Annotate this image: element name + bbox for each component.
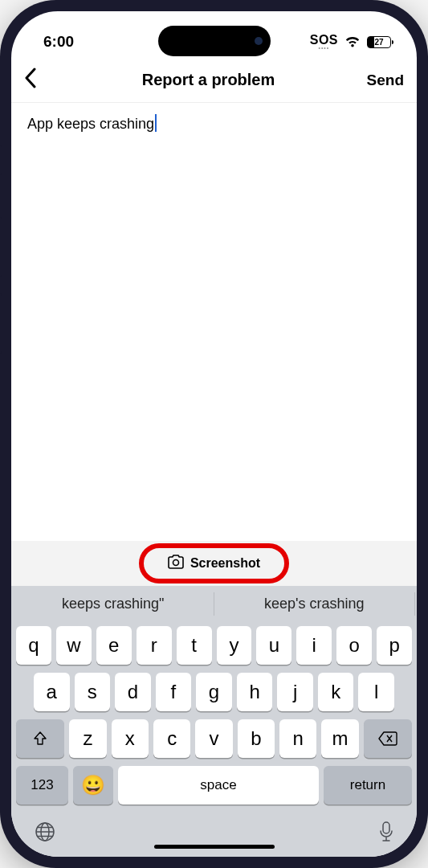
key-b[interactable]: b [238, 719, 275, 758]
return-key[interactable]: return [324, 766, 412, 805]
key-h[interactable]: h [237, 673, 273, 711]
sos-indicator: SOS •••• [310, 34, 338, 51]
attachment-bar: Screenshot [11, 541, 417, 586]
key-x[interactable]: x [112, 719, 149, 758]
key-r[interactable]: r [137, 626, 172, 665]
suggestion-2[interactable]: keep's crashing [214, 592, 416, 616]
key-z[interactable]: z [69, 719, 106, 758]
key-j[interactable]: j [277, 673, 313, 711]
key-v[interactable]: v [195, 719, 232, 758]
key-t[interactable]: t [177, 626, 212, 665]
key-row-1: q w e r t y u i o p [16, 626, 412, 665]
key-k[interactable]: k [318, 673, 354, 711]
screenshot-label: Screenshot [190, 556, 260, 571]
suggestion-bar: keeps crashing" keep's crashing [11, 586, 417, 621]
key-w[interactable]: w [56, 626, 92, 665]
keyboard-footer [16, 813, 412, 849]
key-p[interactable]: p [377, 626, 412, 665]
key-i[interactable]: i [296, 626, 332, 665]
battery-icon: 27 [367, 36, 391, 48]
shift-key[interactable] [16, 719, 64, 758]
text-cursor [155, 114, 157, 132]
back-button[interactable] [24, 68, 58, 92]
emoji-key[interactable]: 😀 [73, 766, 113, 805]
key-g[interactable]: g [196, 673, 232, 711]
input-text: App keeps crashing [27, 116, 154, 132]
wifi-icon [344, 36, 361, 48]
key-row-4: 123 😀 space return [16, 766, 412, 805]
key-e[interactable]: e [96, 626, 132, 665]
space-key[interactable]: space [118, 766, 319, 805]
volume-down [0, 293, 2, 354]
key-u[interactable]: u [256, 626, 291, 665]
key-m[interactable]: m [321, 719, 358, 758]
svg-rect-6 [383, 822, 389, 833]
side-button [0, 145, 2, 175]
status-right: SOS •••• 27 [310, 34, 391, 51]
key-n[interactable]: n [279, 719, 316, 758]
key-row-3: z x c v b n m [16, 719, 412, 758]
screenshot-button[interactable]: Screenshot [150, 548, 278, 579]
camera-icon [168, 555, 184, 572]
suggestion-1[interactable]: keeps crashing" [13, 592, 214, 616]
globe-icon[interactable] [34, 821, 56, 849]
send-button[interactable]: Send [359, 72, 404, 89]
key-c[interactable]: c [153, 719, 190, 758]
delete-key[interactable] [364, 719, 412, 758]
dynamic-island [158, 26, 271, 56]
numbers-key[interactable]: 123 [16, 766, 68, 805]
volume-up [0, 217, 2, 277]
key-q[interactable]: q [16, 626, 51, 665]
key-o[interactable]: o [336, 626, 372, 665]
home-indicator[interactable] [154, 845, 275, 849]
phone-frame: 6:00 SOS •••• 27 Report a problem [0, 0, 428, 868]
clock: 6:00 [43, 33, 74, 51]
key-y[interactable]: y [217, 626, 252, 665]
key-a[interactable]: a [34, 673, 70, 711]
nav-bar: Report a problem Send [11, 58, 417, 103]
key-s[interactable]: s [75, 673, 111, 711]
keyboard: keeps crashing" keep's crashing q w e r … [11, 586, 417, 857]
page-title: Report a problem [142, 71, 275, 89]
key-f[interactable]: f [156, 673, 192, 711]
problem-textarea[interactable]: App keeps crashing [11, 103, 417, 541]
svg-point-0 [173, 560, 178, 566]
key-row-2: a s d f g h j k l [16, 673, 412, 711]
key-l[interactable]: l [358, 673, 394, 711]
mic-icon[interactable] [378, 821, 394, 849]
screen: 6:00 SOS •••• 27 Report a problem [11, 11, 417, 857]
key-d[interactable]: d [115, 673, 151, 711]
camera-dot [255, 37, 263, 45]
